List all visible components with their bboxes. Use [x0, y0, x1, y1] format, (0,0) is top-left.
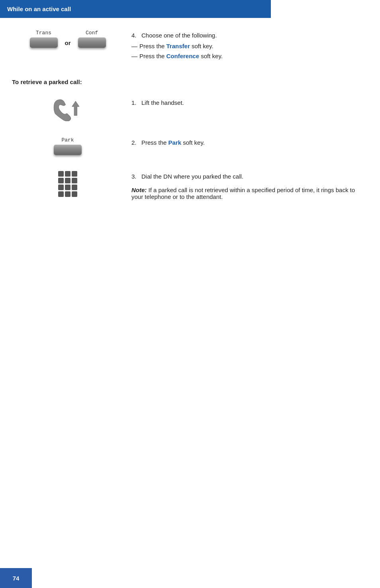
key-1	[58, 171, 64, 177]
key-star	[58, 191, 64, 197]
park-key-text: Park	[168, 139, 182, 146]
note-label: Note:	[131, 187, 147, 193]
keypad-icon	[58, 171, 77, 197]
park-label: Park	[61, 137, 74, 143]
conference-key-text: Conference	[166, 53, 200, 59]
park-key-group: Park	[54, 137, 82, 155]
svg-marker-0	[72, 101, 79, 116]
conf-soft-key[interactable]	[78, 37, 106, 48]
key-pound	[72, 191, 77, 197]
handset-icon	[50, 97, 86, 121]
trans-label: Trans	[36, 30, 51, 36]
bullet-conference-prefix: Press the	[139, 53, 166, 59]
bullet-transfer-suffix: soft key.	[190, 43, 214, 49]
key-0	[65, 191, 71, 197]
step-4-text: 4. Choose one of the following. Press th…	[123, 30, 368, 63]
key-2	[65, 171, 71, 177]
step-1-text: 1. Lift the handset.	[123, 97, 368, 106]
keypad-icon-area	[12, 171, 123, 197]
step-3-number: 3.	[131, 173, 137, 180]
key-group: Trans or Conf	[30, 30, 106, 48]
conf-key-group: Conf	[78, 30, 106, 48]
step-1-description: Lift the handset.	[141, 99, 184, 106]
step-2-text: 2. Press the Park soft key.	[123, 137, 368, 146]
section-heading: To retrieve a parked call:	[12, 79, 368, 85]
bullet-transfer: Press the Transfer soft key.	[131, 43, 368, 49]
key-5	[65, 178, 71, 183]
park-soft-key[interactable]	[54, 145, 82, 155]
trans-soft-key[interactable]	[30, 37, 58, 48]
bullet-conference: Press the Conference soft key.	[131, 53, 368, 59]
step-2-number: 2.	[131, 139, 137, 146]
step-4-row: Trans or Conf 4. Choose one of the follo…	[12, 30, 368, 63]
key-3	[72, 171, 77, 177]
main-content: Trans or Conf 4. Choose one of the follo…	[0, 30, 380, 240]
key-7	[58, 185, 64, 190]
key-4	[58, 178, 64, 183]
step-3-row: 3. Dial the DN where you parked the call…	[12, 171, 368, 200]
key-8	[65, 185, 71, 190]
step-3-description: Dial the DN where you parked the call.	[141, 173, 243, 180]
trans-key-group: Trans	[30, 30, 58, 48]
header-title: While on an active call	[7, 6, 71, 12]
step-1-row: 1. Lift the handset.	[12, 97, 368, 121]
transfer-key-text: Transfer	[166, 43, 190, 49]
or-text: or	[65, 39, 71, 46]
bullet-conference-suffix: soft key.	[199, 53, 223, 59]
step-4-bullets: Press the Transfer soft key. Press the C…	[131, 43, 368, 59]
step-2-suffix: soft key.	[181, 139, 205, 146]
trans-conf-icon-area: Trans or Conf	[12, 30, 123, 48]
park-key-icon-area: Park	[12, 137, 123, 155]
step-3-text: 3. Dial the DN where you parked the call…	[123, 171, 368, 200]
page-number: 74	[13, 575, 20, 582]
key-9	[72, 185, 77, 190]
step-1-number: 1.	[131, 99, 137, 106]
handset-icon-area	[12, 97, 123, 121]
header-bar: While on an active call	[0, 0, 271, 18]
bullet-transfer-prefix: Press the	[139, 43, 166, 49]
note-text: If a parked call is not retrieved within…	[131, 187, 355, 200]
step-4-intro: Choose one of the following.	[141, 32, 217, 39]
key-6	[72, 178, 77, 183]
step-4-number: 4.	[131, 32, 137, 39]
step-2-prefix: Press the	[141, 139, 168, 146]
page-footer: 74	[0, 568, 32, 588]
step-2-row: Park 2. Press the Park soft key.	[12, 137, 368, 155]
conf-label: Conf	[86, 30, 98, 36]
